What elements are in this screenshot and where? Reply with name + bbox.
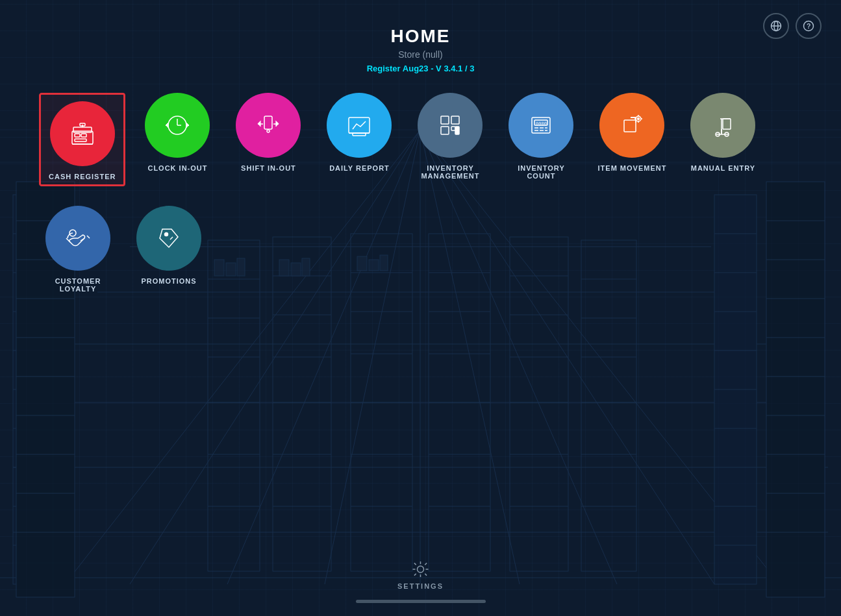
promotions-label: PROMOTIONS — [141, 277, 196, 285]
svg-rect-156 — [723, 119, 731, 129]
item-movement-label: ITEM MOVEMENT — [598, 164, 667, 172]
top-right-controls: ? — [763, 13, 822, 39]
svg-rect-116 — [81, 134, 86, 137]
manual-entry-label: MANUAL ENTRY — [691, 164, 755, 172]
menu-row-2: CUSTOMER LOYALTY PROMOTIONS — [39, 206, 802, 293]
menu-item-manual-entry[interactable]: MANUAL ENTRY — [684, 93, 762, 172]
menu-item-inventory-management[interactable]: INVENTORY MANAGEMENT — [411, 93, 489, 180]
svg-rect-118 — [73, 127, 92, 132]
promotions-button[interactable] — [136, 206, 201, 271]
inventory-count-label: INVENTORY COUNT — [502, 164, 580, 180]
register-prefix: Register — [367, 64, 403, 73]
store-subtitle: Store (null) — [0, 49, 841, 60]
svg-rect-114 — [72, 131, 93, 144]
svg-rect-137 — [451, 127, 455, 130]
svg-rect-133 — [353, 133, 366, 136]
item-movement-button[interactable] — [599, 93, 664, 158]
menu-item-customer-loyalty[interactable]: CUSTOMER LOYALTY — [39, 206, 117, 293]
svg-rect-135 — [451, 116, 459, 124]
svg-rect-148 — [624, 120, 636, 132]
shift-in-out-label: SHIFT IN-OUT — [241, 164, 296, 172]
svg-point-166 — [417, 566, 423, 573]
svg-rect-115 — [75, 134, 80, 137]
clock-in-out-label: CLOCK IN-OUT — [147, 164, 207, 172]
menu-item-daily-report[interactable]: DAILY REPORT — [320, 93, 398, 172]
menu-item-shift-in-out[interactable]: SHIFT IN-OUT — [229, 93, 307, 172]
menu-item-promotions[interactable]: PROMOTIONS — [130, 206, 208, 285]
version-info: V 3.4.1 / 3 — [436, 64, 474, 73]
inventory-count-button[interactable]: 0000 — [508, 93, 573, 158]
daily-report-button[interactable] — [327, 93, 392, 158]
menu-item-clock-in-out[interactable]: CLOCK IN-OUT — [138, 93, 216, 172]
page-title: HOME — [0, 26, 841, 47]
settings-label: SETTINGS — [397, 582, 444, 590]
svg-line-165 — [170, 237, 173, 240]
menu-item-cash-register[interactable]: CASH REGISTER — [39, 93, 125, 186]
shift-in-out-button[interactable] — [236, 93, 301, 158]
svg-point-128 — [267, 130, 270, 132]
svg-text:0000: 0000 — [536, 121, 547, 127]
inventory-management-button[interactable] — [418, 93, 483, 158]
main-menu-grid: CASH REGISTER CLOCK IN-OUT — [0, 73, 841, 293]
register-value: Aug23 - — [403, 64, 436, 73]
bottom-indicator — [356, 600, 486, 603]
cash-register-button[interactable] — [50, 101, 115, 166]
page-header: HOME Store (null) Register Aug23 - V 3.4… — [0, 0, 841, 73]
svg-rect-127 — [264, 116, 272, 129]
svg-rect-136 — [441, 127, 449, 134]
svg-point-164 — [165, 233, 168, 236]
menu-row-1: CASH REGISTER CLOCK IN-OUT — [39, 93, 802, 186]
settings-area[interactable]: SETTINGS — [397, 559, 444, 590]
register-info: Register Aug23 - V 3.4.1 / 3 — [0, 64, 841, 73]
help-button[interactable]: ? — [796, 13, 822, 39]
menu-item-item-movement[interactable]: ITEM MOVEMENT — [593, 93, 671, 172]
customer-loyalty-button[interactable] — [45, 206, 110, 271]
svg-point-151 — [637, 117, 640, 120]
svg-text:?: ? — [807, 22, 810, 30]
svg-rect-134 — [441, 116, 449, 124]
daily-report-label: DAILY REPORT — [329, 164, 390, 172]
customer-loyalty-label: CUSTOMER LOYALTY — [39, 277, 117, 293]
clock-in-out-button[interactable] — [145, 93, 210, 158]
cash-register-label: CASH REGISTER — [49, 173, 116, 180]
svg-rect-117 — [75, 139, 86, 142]
globe-button[interactable] — [763, 13, 789, 39]
inventory-management-label: INVENTORY MANAGEMENT — [418, 164, 483, 180]
manual-entry-button[interactable] — [690, 93, 755, 158]
svg-rect-138 — [455, 127, 459, 134]
menu-item-inventory-count[interactable]: 0000 INVENTORY COUNT — [502, 93, 580, 180]
